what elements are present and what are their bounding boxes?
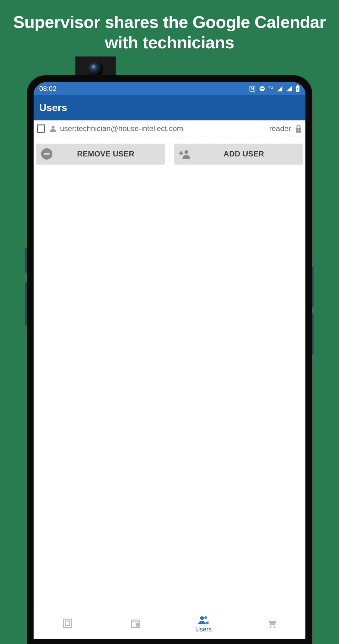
svg-point-7	[298, 129, 299, 131]
lock-icon	[295, 124, 302, 133]
button-label: REMOVE USER	[52, 150, 160, 158]
nav-tab-overview[interactable]	[34, 608, 102, 639]
overview-icon	[62, 618, 73, 629]
person-add-icon	[179, 148, 191, 160]
user-list-item[interactable]: user:technician@house-intellect.com read…	[34, 120, 305, 137]
phone-screen: 08:02 4G Users user:technician@house-int…	[34, 82, 305, 639]
app-bar: Users	[34, 95, 305, 120]
camera-lens-icon	[88, 62, 103, 77]
nav-label: Users	[195, 626, 212, 633]
svg-rect-2	[261, 88, 264, 89]
svg-rect-11	[63, 619, 72, 627]
svg-rect-12	[65, 621, 70, 626]
user-role-label: reader	[269, 124, 291, 133]
nav-tab-shop[interactable]	[238, 608, 306, 639]
page-title: Users	[39, 102, 67, 113]
bottom-nav: Users	[34, 608, 305, 639]
status-icons: 4G	[249, 85, 300, 92]
users-icon	[198, 614, 209, 625]
promo-title: Supervisor shares the Google Calendar wi…	[0, 0, 339, 53]
content-area	[34, 171, 305, 608]
svg-rect-10	[180, 151, 182, 155]
svg-rect-15	[136, 624, 138, 626]
remove-icon	[41, 148, 52, 160]
battery-charging-icon	[295, 85, 300, 92]
dnd-icon	[259, 86, 265, 92]
user-checkbox[interactable]	[37, 124, 45, 133]
svg-point-8	[185, 150, 188, 154]
svg-point-18	[270, 626, 271, 628]
svg-rect-4	[297, 85, 299, 86]
phone-frame: 08:02 4G Users user:technician@house-int…	[27, 75, 312, 644]
nav-tab-users[interactable]: Users	[170, 608, 238, 639]
nav-tab-calendar[interactable]	[102, 608, 170, 639]
calendar-icon	[130, 618, 141, 629]
signal-icon	[286, 86, 292, 92]
user-email: user:technician@house-intellect.com	[60, 124, 267, 133]
action-button-row: REMOVE USER ADD USER	[34, 137, 305, 171]
status-bar: 08:02 4G	[34, 82, 305, 95]
network-type-label: 4G	[268, 85, 273, 90]
svg-point-19	[273, 626, 275, 628]
svg-point-5	[51, 126, 54, 129]
signal-icon	[277, 86, 283, 92]
add-user-button[interactable]: ADD USER	[174, 144, 303, 164]
svg-point-16	[200, 616, 204, 620]
cart-icon	[266, 618, 277, 629]
status-time: 08:02	[39, 85, 56, 93]
button-label: ADD USER	[190, 150, 298, 158]
remove-user-button[interactable]: REMOVE USER	[36, 144, 165, 164]
nfc-icon	[249, 85, 256, 92]
svg-point-17	[204, 616, 207, 619]
person-icon	[49, 124, 57, 133]
